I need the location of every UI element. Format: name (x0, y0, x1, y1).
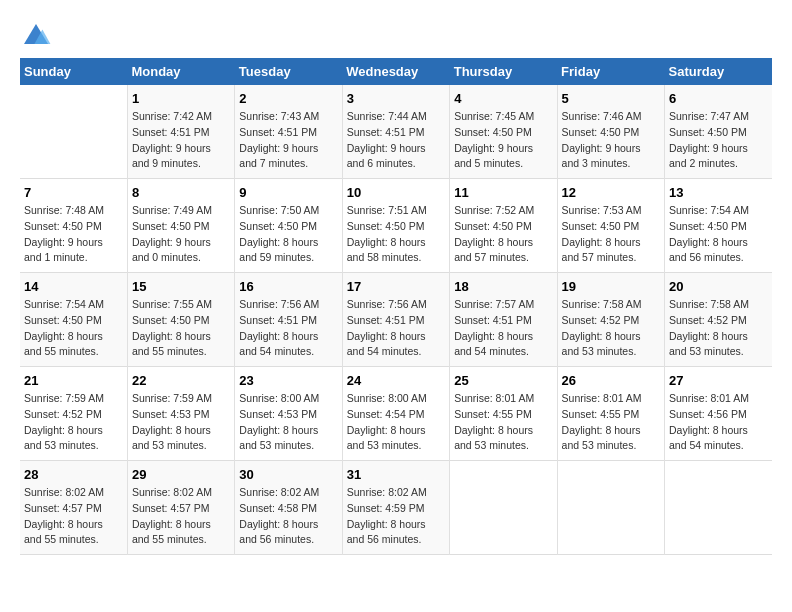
day-info: Sunrise: 8:00 AM Sunset: 4:54 PM Dayligh… (347, 391, 445, 454)
calendar-cell: 8Sunrise: 7:49 AM Sunset: 4:50 PM Daylig… (127, 179, 234, 273)
calendar-cell: 4Sunrise: 7:45 AM Sunset: 4:50 PM Daylig… (450, 85, 557, 179)
day-info: Sunrise: 7:46 AM Sunset: 4:50 PM Dayligh… (562, 109, 660, 172)
weekday-header: Thursday (450, 58, 557, 85)
day-number: 26 (562, 373, 660, 388)
day-number: 30 (239, 467, 337, 482)
calendar-cell: 2Sunrise: 7:43 AM Sunset: 4:51 PM Daylig… (235, 85, 342, 179)
day-info: Sunrise: 7:48 AM Sunset: 4:50 PM Dayligh… (24, 203, 123, 266)
day-number: 10 (347, 185, 445, 200)
calendar-cell (557, 461, 664, 555)
day-info: Sunrise: 7:53 AM Sunset: 4:50 PM Dayligh… (562, 203, 660, 266)
calendar-table: SundayMondayTuesdayWednesdayThursdayFrid… (20, 58, 772, 555)
day-number: 16 (239, 279, 337, 294)
day-info: Sunrise: 8:02 AM Sunset: 4:57 PM Dayligh… (24, 485, 123, 548)
calendar-cell: 31Sunrise: 8:02 AM Sunset: 4:59 PM Dayli… (342, 461, 449, 555)
calendar-cell: 11Sunrise: 7:52 AM Sunset: 4:50 PM Dayli… (450, 179, 557, 273)
calendar-week-row: 14Sunrise: 7:54 AM Sunset: 4:50 PM Dayli… (20, 273, 772, 367)
day-info: Sunrise: 7:59 AM Sunset: 4:53 PM Dayligh… (132, 391, 230, 454)
day-number: 29 (132, 467, 230, 482)
day-number: 1 (132, 91, 230, 106)
calendar-cell: 9Sunrise: 7:50 AM Sunset: 4:50 PM Daylig… (235, 179, 342, 273)
day-number: 31 (347, 467, 445, 482)
calendar-cell: 21Sunrise: 7:59 AM Sunset: 4:52 PM Dayli… (20, 367, 127, 461)
day-info: Sunrise: 7:55 AM Sunset: 4:50 PM Dayligh… (132, 297, 230, 360)
calendar-cell: 22Sunrise: 7:59 AM Sunset: 4:53 PM Dayli… (127, 367, 234, 461)
calendar-cell: 17Sunrise: 7:56 AM Sunset: 4:51 PM Dayli… (342, 273, 449, 367)
day-number: 13 (669, 185, 768, 200)
calendar-cell: 12Sunrise: 7:53 AM Sunset: 4:50 PM Dayli… (557, 179, 664, 273)
day-number: 22 (132, 373, 230, 388)
weekday-row: SundayMondayTuesdayWednesdayThursdayFrid… (20, 58, 772, 85)
day-info: Sunrise: 8:01 AM Sunset: 4:55 PM Dayligh… (562, 391, 660, 454)
calendar-cell: 5Sunrise: 7:46 AM Sunset: 4:50 PM Daylig… (557, 85, 664, 179)
day-info: Sunrise: 7:45 AM Sunset: 4:50 PM Dayligh… (454, 109, 552, 172)
day-info: Sunrise: 7:51 AM Sunset: 4:50 PM Dayligh… (347, 203, 445, 266)
day-number: 6 (669, 91, 768, 106)
day-number: 23 (239, 373, 337, 388)
day-info: Sunrise: 7:44 AM Sunset: 4:51 PM Dayligh… (347, 109, 445, 172)
day-number: 25 (454, 373, 552, 388)
day-number: 9 (239, 185, 337, 200)
calendar-cell: 24Sunrise: 8:00 AM Sunset: 4:54 PM Dayli… (342, 367, 449, 461)
calendar-cell: 29Sunrise: 8:02 AM Sunset: 4:57 PM Dayli… (127, 461, 234, 555)
calendar-cell: 10Sunrise: 7:51 AM Sunset: 4:50 PM Dayli… (342, 179, 449, 273)
day-info: Sunrise: 8:02 AM Sunset: 4:59 PM Dayligh… (347, 485, 445, 548)
day-info: Sunrise: 7:56 AM Sunset: 4:51 PM Dayligh… (239, 297, 337, 360)
calendar-cell: 13Sunrise: 7:54 AM Sunset: 4:50 PM Dayli… (665, 179, 772, 273)
day-number: 2 (239, 91, 337, 106)
day-info: Sunrise: 7:58 AM Sunset: 4:52 PM Dayligh… (669, 297, 768, 360)
calendar-cell: 14Sunrise: 7:54 AM Sunset: 4:50 PM Dayli… (20, 273, 127, 367)
day-info: Sunrise: 7:42 AM Sunset: 4:51 PM Dayligh… (132, 109, 230, 172)
day-number: 8 (132, 185, 230, 200)
calendar-week-row: 21Sunrise: 7:59 AM Sunset: 4:52 PM Dayli… (20, 367, 772, 461)
calendar-cell: 7Sunrise: 7:48 AM Sunset: 4:50 PM Daylig… (20, 179, 127, 273)
calendar-cell: 26Sunrise: 8:01 AM Sunset: 4:55 PM Dayli… (557, 367, 664, 461)
calendar-week-row: 7Sunrise: 7:48 AM Sunset: 4:50 PM Daylig… (20, 179, 772, 273)
day-info: Sunrise: 8:01 AM Sunset: 4:56 PM Dayligh… (669, 391, 768, 454)
calendar-cell: 20Sunrise: 7:58 AM Sunset: 4:52 PM Dayli… (665, 273, 772, 367)
weekday-header: Tuesday (235, 58, 342, 85)
day-number: 11 (454, 185, 552, 200)
day-info: Sunrise: 7:50 AM Sunset: 4:50 PM Dayligh… (239, 203, 337, 266)
weekday-header: Monday (127, 58, 234, 85)
day-number: 17 (347, 279, 445, 294)
logo (20, 20, 56, 48)
day-number: 19 (562, 279, 660, 294)
day-info: Sunrise: 8:01 AM Sunset: 4:55 PM Dayligh… (454, 391, 552, 454)
day-number: 20 (669, 279, 768, 294)
day-info: Sunrise: 7:54 AM Sunset: 4:50 PM Dayligh… (669, 203, 768, 266)
calendar-cell: 30Sunrise: 8:02 AM Sunset: 4:58 PM Dayli… (235, 461, 342, 555)
day-info: Sunrise: 8:02 AM Sunset: 4:57 PM Dayligh… (132, 485, 230, 548)
day-info: Sunrise: 7:59 AM Sunset: 4:52 PM Dayligh… (24, 391, 123, 454)
weekday-header: Sunday (20, 58, 127, 85)
day-info: Sunrise: 7:54 AM Sunset: 4:50 PM Dayligh… (24, 297, 123, 360)
logo-icon (20, 20, 52, 48)
calendar-week-row: 28Sunrise: 8:02 AM Sunset: 4:57 PM Dayli… (20, 461, 772, 555)
day-number: 3 (347, 91, 445, 106)
day-number: 18 (454, 279, 552, 294)
day-info: Sunrise: 7:49 AM Sunset: 4:50 PM Dayligh… (132, 203, 230, 266)
calendar-cell: 23Sunrise: 8:00 AM Sunset: 4:53 PM Dayli… (235, 367, 342, 461)
day-info: Sunrise: 8:02 AM Sunset: 4:58 PM Dayligh… (239, 485, 337, 548)
calendar-cell: 18Sunrise: 7:57 AM Sunset: 4:51 PM Dayli… (450, 273, 557, 367)
day-number: 5 (562, 91, 660, 106)
day-info: Sunrise: 7:56 AM Sunset: 4:51 PM Dayligh… (347, 297, 445, 360)
calendar-cell: 28Sunrise: 8:02 AM Sunset: 4:57 PM Dayli… (20, 461, 127, 555)
calendar-cell (20, 85, 127, 179)
calendar-cell: 6Sunrise: 7:47 AM Sunset: 4:50 PM Daylig… (665, 85, 772, 179)
day-info: Sunrise: 8:00 AM Sunset: 4:53 PM Dayligh… (239, 391, 337, 454)
page-header (20, 20, 772, 48)
calendar-body: 1Sunrise: 7:42 AM Sunset: 4:51 PM Daylig… (20, 85, 772, 555)
weekday-header: Wednesday (342, 58, 449, 85)
day-number: 24 (347, 373, 445, 388)
calendar-cell: 15Sunrise: 7:55 AM Sunset: 4:50 PM Dayli… (127, 273, 234, 367)
day-info: Sunrise: 7:43 AM Sunset: 4:51 PM Dayligh… (239, 109, 337, 172)
day-info: Sunrise: 7:52 AM Sunset: 4:50 PM Dayligh… (454, 203, 552, 266)
day-number: 4 (454, 91, 552, 106)
day-info: Sunrise: 7:47 AM Sunset: 4:50 PM Dayligh… (669, 109, 768, 172)
day-number: 27 (669, 373, 768, 388)
weekday-header: Friday (557, 58, 664, 85)
day-info: Sunrise: 7:57 AM Sunset: 4:51 PM Dayligh… (454, 297, 552, 360)
day-number: 12 (562, 185, 660, 200)
calendar-cell (665, 461, 772, 555)
